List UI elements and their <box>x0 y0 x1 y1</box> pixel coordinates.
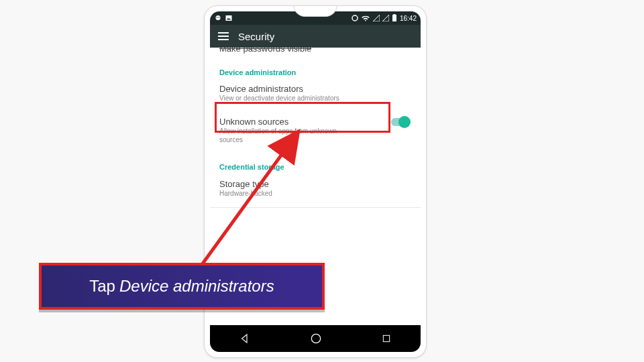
svg-point-5 <box>352 15 358 21</box>
alien-icon <box>214 14 222 22</box>
row-title: Device administrators <box>219 84 411 94</box>
circle-icon <box>352 15 358 21</box>
callout-prefix: Tap <box>89 277 115 296</box>
signal-1-icon <box>373 15 380 21</box>
row-storage-type[interactable]: Storage type Hardware-backed <box>219 174 411 203</box>
svg-marker-10 <box>242 335 248 343</box>
svg-rect-12 <box>383 335 389 341</box>
battery-icon <box>392 14 397 22</box>
divider <box>210 207 421 208</box>
svg-rect-3 <box>226 15 232 21</box>
instruction-callout: Tap Device administrators <box>39 263 325 310</box>
svg-point-1 <box>217 17 218 18</box>
app-bar: Security <box>210 25 421 48</box>
row-subtitle: View or deactivate device administrators <box>219 94 411 103</box>
section-device-administration: Device administration <box>219 59 411 79</box>
phone-notch <box>293 5 337 17</box>
signal-2-icon <box>382 15 389 21</box>
svg-point-2 <box>219 17 220 18</box>
row-title: Storage type <box>219 179 411 189</box>
svg-marker-7 <box>382 15 389 21</box>
page-title: Security <box>238 31 274 42</box>
status-time: 16:42 <box>400 15 417 22</box>
row-subtitle: Allow installation of apps from unknown … <box>219 127 340 144</box>
svg-rect-8 <box>392 15 396 21</box>
wifi-icon <box>361 14 370 22</box>
back-icon[interactable] <box>239 333 251 345</box>
row-unknown-sources[interactable]: Unknown sources Allow installation of ap… <box>219 107 411 149</box>
row-title: Unknown sources <box>219 117 387 127</box>
svg-point-11 <box>311 334 320 343</box>
svg-rect-9 <box>393 14 395 15</box>
row-device-administrators[interactable]: Device administrators View or deactivate… <box>219 79 411 107</box>
callout-emphasis: Device administrators <box>119 277 274 296</box>
svg-point-0 <box>216 15 221 20</box>
image-icon <box>225 14 233 22</box>
spacer-behind-callout <box>219 212 411 265</box>
android-nav-bar <box>210 325 421 352</box>
row-subtitle: Hardware-backed <box>219 189 411 198</box>
menu-icon[interactable] <box>218 32 229 40</box>
recent-icon[interactable] <box>381 333 392 344</box>
row-title: Make passwords visible <box>219 48 387 54</box>
row-make-passwords-visible[interactable]: Make passwords visible <box>219 48 411 59</box>
toggle-icon[interactable] <box>391 118 409 126</box>
section-credential-storage: Credential storage <box>219 149 411 174</box>
svg-marker-6 <box>373 15 380 21</box>
home-icon[interactable] <box>309 332 323 345</box>
